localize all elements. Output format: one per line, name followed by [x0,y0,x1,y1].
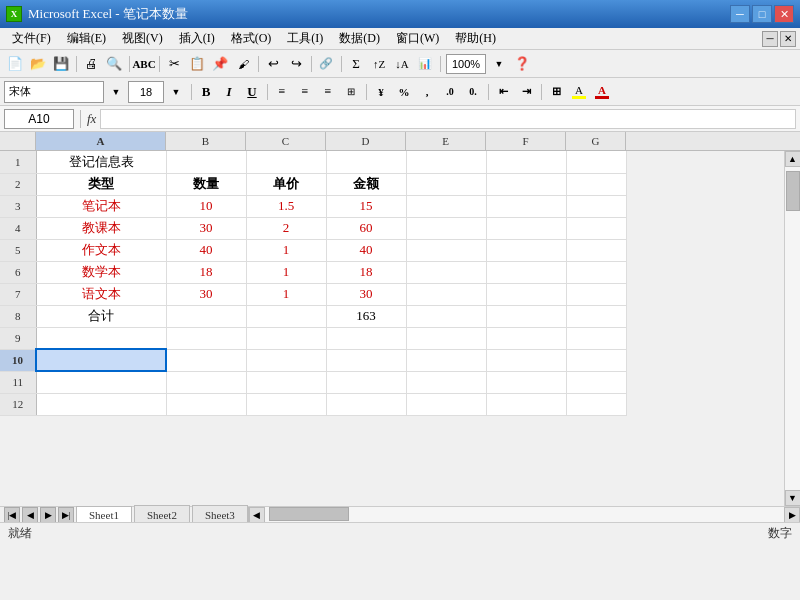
cell-1-A[interactable]: 登记信息表 [36,151,166,173]
cell-9-F[interactable] [486,327,566,349]
scroll-thumb-v[interactable] [786,171,800,211]
cell-6-A[interactable]: 数学本 [36,261,166,283]
cell-12-G[interactable] [566,393,626,415]
cell-1-C[interactable] [246,151,326,173]
cell-5-G[interactable] [566,239,626,261]
col-header-e[interactable]: E [406,132,486,150]
menu-file[interactable]: 文件(F) [4,28,59,49]
cell-10-D[interactable] [326,349,406,371]
row-header-3[interactable]: 3 [0,195,36,217]
cell-12-D[interactable] [326,393,406,415]
cell-2-D[interactable]: 金额 [326,173,406,195]
menu-insert[interactable]: 插入(I) [171,28,223,49]
cell-4-D[interactable]: 60 [326,217,406,239]
align-center-button[interactable]: ≡ [294,81,316,103]
cell-4-B[interactable]: 30 [166,217,246,239]
cell-8-C[interactable] [246,305,326,327]
comma-button[interactable]: , [416,81,438,103]
row-header-9[interactable]: 9 [0,327,36,349]
cell-6-F[interactable] [486,261,566,283]
cell-11-C[interactable] [246,371,326,393]
menu-view[interactable]: 视图(V) [114,28,171,49]
border-button[interactable]: ⊞ [545,81,567,103]
cell-9-C[interactable] [246,327,326,349]
paste-button[interactable]: 📌 [209,53,231,75]
scroll-track-h[interactable] [265,507,784,522]
col-header-c[interactable]: C [246,132,326,150]
cell-9-G[interactable] [566,327,626,349]
row-header-8[interactable]: 8 [0,305,36,327]
cell-1-F[interactable] [486,151,566,173]
cell-reference-input[interactable] [4,109,74,129]
cell-9-E[interactable] [406,327,486,349]
close-button[interactable]: ✕ [774,5,794,23]
cell-11-B[interactable] [166,371,246,393]
sheet-tab-sheet2[interactable]: Sheet2 [134,505,190,522]
sort-asc-button[interactable]: ↑Z [368,53,390,75]
percent-button[interactable]: % [393,81,415,103]
cell-2-B[interactable]: 数量 [166,173,246,195]
cell-11-G[interactable] [566,371,626,393]
copy-button[interactable]: 📋 [186,53,208,75]
menu-window[interactable]: 窗口(W) [388,28,447,49]
cell-12-E[interactable] [406,393,486,415]
cell-3-D[interactable]: 15 [326,195,406,217]
cell-2-C[interactable]: 单价 [246,173,326,195]
row-header-5[interactable]: 5 [0,239,36,261]
cell-2-F[interactable] [486,173,566,195]
row-header-2[interactable]: 2 [0,173,36,195]
cell-5-B[interactable]: 40 [166,239,246,261]
increase-decimal-button[interactable]: .0 [439,81,461,103]
cell-4-F[interactable] [486,217,566,239]
help-button[interactable]: ❓ [511,53,533,75]
cell-12-B[interactable] [166,393,246,415]
zoom-dropdown-btn[interactable]: ▼ [488,53,510,75]
autosum-button[interactable]: Σ [345,53,367,75]
row-header-7[interactable]: 7 [0,283,36,305]
new-button[interactable]: 📄 [4,53,26,75]
cell-4-C[interactable]: 2 [246,217,326,239]
increase-indent-button[interactable]: ⇥ [515,81,537,103]
menu-tools[interactable]: 工具(I) [279,28,331,49]
cell-9-A[interactable] [36,327,166,349]
underline-button[interactable]: U [241,81,263,103]
cell-8-B[interactable] [166,305,246,327]
align-right-button[interactable]: ≡ [317,81,339,103]
cell-2-G[interactable] [566,173,626,195]
print-button[interactable]: 🖨 [80,53,102,75]
row-header-4[interactable]: 4 [0,217,36,239]
row-header-11[interactable]: 11 [0,371,36,393]
cell-11-F[interactable] [486,371,566,393]
scroll-right-button[interactable]: ▶ [784,507,800,523]
cell-7-D[interactable]: 30 [326,283,406,305]
cell-10-E[interactable] [406,349,486,371]
grid-area[interactable]: 1登记信息表2类型数量单价金额3笔记本101.5154教课本302605作文本4… [0,151,784,506]
cell-6-C[interactable]: 1 [246,261,326,283]
align-left-button[interactable]: ≡ [271,81,293,103]
cell-11-E[interactable] [406,371,486,393]
decrease-indent-button[interactable]: ⇤ [492,81,514,103]
col-header-f[interactable]: F [486,132,566,150]
cell-9-D[interactable] [326,327,406,349]
cell-5-C[interactable]: 1 [246,239,326,261]
col-header-b[interactable]: B [166,132,246,150]
cell-9-B[interactable] [166,327,246,349]
cell-10-F[interactable] [486,349,566,371]
tab-nav-first[interactable]: |◀ [4,507,20,523]
col-header-g[interactable]: G [566,132,626,150]
font-name-dropdown[interactable]: ▼ [105,81,127,103]
cell-2-A[interactable]: 类型 [36,173,166,195]
italic-button[interactable]: I [218,81,240,103]
cell-12-C[interactable] [246,393,326,415]
font-size-input[interactable] [128,81,164,103]
font-size-dropdown[interactable]: ▼ [165,81,187,103]
cell-6-G[interactable] [566,261,626,283]
cell-3-E[interactable] [406,195,486,217]
cell-3-G[interactable] [566,195,626,217]
cell-1-D[interactable] [326,151,406,173]
cell-4-E[interactable] [406,217,486,239]
cell-2-E[interactable] [406,173,486,195]
col-header-d[interactable]: D [326,132,406,150]
cell-10-C[interactable] [246,349,326,371]
cell-10-B[interactable] [166,349,246,371]
